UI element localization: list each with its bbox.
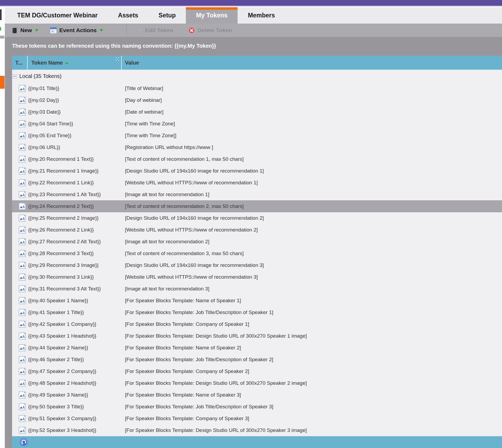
table-row[interactable]: A {{my.43 Speaker 1 Headshot}} [For Spea…: [12, 330, 502, 342]
table-row[interactable]: A {{my.31 Recommend 3 Alt Text}} [Image …: [12, 283, 502, 295]
token-type-cell: A: [12, 167, 28, 174]
table-row[interactable]: A {{my.40 Speaker 1 Name}} [For Speaker …: [12, 295, 502, 307]
refresh-icon[interactable]: [20, 438, 28, 446]
token-name-cell: {{my.31 Recommend 3 Alt Text}}: [28, 286, 122, 292]
column-header-value[interactable]: Value: [122, 56, 502, 70]
token-type-cell: A: [12, 368, 28, 375]
token-type-cell: A: [12, 156, 28, 163]
table-row[interactable]: A {{my.02 Day}} [Day of webinar]: [12, 94, 502, 106]
token-value-cell: [For Speaker Blocks Template: Company of…: [122, 368, 502, 374]
table-row[interactable]: A {{my.29 Recommend 3 Image}} [Design St…: [12, 259, 502, 271]
event-actions-button[interactable]: Event Actions: [50, 27, 103, 34]
group-row-local[interactable]: Local (35 Tokens): [12, 70, 502, 83]
table-row[interactable]: A {{my.42 Speaker 1 Company}} [For Speak…: [12, 318, 502, 330]
svg-text:A: A: [22, 158, 25, 162]
new-dropdown-caret-icon[interactable]: [35, 29, 39, 32]
token-name-cell: {{my.49 Speaker 3 Name}}: [28, 392, 122, 398]
token-type-cell: A: [12, 333, 28, 339]
pencil-icon: [136, 27, 142, 33]
new-button[interactable]: New: [12, 27, 39, 34]
svg-text:A: A: [22, 288, 25, 292]
token-type-cell: A: [12, 203, 28, 210]
table-row[interactable]: A {{my.25 Recommend 2 Image}} [Design St…: [12, 212, 502, 224]
table-row[interactable]: A {{my.20 Recommend 1 Text}} [Text of co…: [12, 153, 502, 165]
column-header-name-label: Token Name: [31, 60, 63, 66]
left-panel-green-mark: [0, 27, 1, 31]
new-token-icon: [12, 27, 18, 34]
rich-text-token-icon: A: [19, 403, 26, 410]
delete-token-button[interactable]: Delete Token: [188, 27, 232, 34]
content-area: These tokens can be referenced using thi…: [5, 37, 502, 448]
table-row[interactable]: A {{my.05 End Time}} [Time with Time Zon…: [12, 130, 502, 141]
table-row[interactable]: A {{my.50 Speaker 3 Title}} [For Speaker…: [12, 401, 502, 413]
table-row[interactable]: A {{my.28 Recommend 3 Text}} [Text of co…: [12, 248, 502, 259]
rich-text-token-icon: A: [19, 156, 26, 163]
token-name-cell: {{my.04 Start Time}}: [28, 121, 122, 127]
tab-members[interactable]: Members: [238, 7, 285, 24]
token-name-cell: {{my.28 Recommend 3 Text}}: [28, 251, 122, 256]
table-row[interactable]: A {{my.06 URL}} [Registration URL withou…: [12, 141, 502, 153]
tab-setup[interactable]: Setup: [148, 7, 186, 24]
table-row[interactable]: A {{my.44 Speaker 2 Name}} [For Speaker …: [12, 342, 502, 354]
table-row[interactable]: A {{my.04 Start Time}} [Time with Time Z…: [12, 118, 502, 130]
column-header-value-label: Value: [125, 60, 139, 66]
table-row[interactable]: A {{my.22 Recommend 1 Link}} [Website UR…: [12, 177, 502, 189]
rich-text-token-icon: A: [19, 238, 26, 245]
event-actions-label: Event Actions: [59, 27, 97, 33]
svg-text:A: A: [22, 229, 25, 233]
token-value-cell: [Website URL without HTTPS://www of reco…: [122, 180, 502, 186]
token-type-cell: A: [12, 285, 28, 292]
token-name-cell: {{my.46 Speaker 2 Title}}: [28, 357, 122, 363]
rich-text-token-icon: A: [19, 285, 26, 292]
table-row[interactable]: A {{my.23 Recommend 1 Alt Text}} [Image …: [12, 189, 502, 200]
tab-my-tokens[interactable]: My Tokens: [186, 7, 238, 24]
token-value-cell: [Date of webinar]: [122, 109, 502, 115]
edit-token-button[interactable]: Edit Token: [136, 27, 173, 33]
table-row[interactable]: A {{my.47 Speaker 2 Company}} [For Speak…: [12, 365, 502, 377]
token-type-cell: A: [12, 226, 28, 233]
event-actions-dropdown-caret-icon[interactable]: [99, 29, 103, 32]
svg-text:A: A: [22, 394, 25, 398]
table-row[interactable]: A {{my.46 Speaker 2 Title}} [For Speaker…: [12, 354, 502, 365]
table-row[interactable]: A {{my.30 Recommend 3 Link}} [Website UR…: [12, 271, 502, 283]
table-row[interactable]: A {{my.01 Title}} [Title of Webinar]: [12, 83, 502, 94]
table-row[interactable]: A {{my.24 Recommend 2 Text}} [Text of co…: [12, 200, 502, 212]
column-header-token-name[interactable]: Token Name: [28, 56, 122, 70]
token-value-cell: [Text of content of recommendation 1, ma…: [122, 156, 502, 162]
token-type-cell: A: [12, 297, 28, 304]
calendar-icon: [50, 27, 57, 34]
tab-label: My Tokens: [196, 12, 227, 19]
tab-assets[interactable]: Assets: [108, 7, 148, 24]
tab-label: TEM DG/Customer Webinar: [17, 12, 98, 19]
svg-text:A: A: [22, 405, 25, 409]
table-row[interactable]: A {{my.52 Speaker 3 Headshot}} [For Spea…: [12, 424, 502, 436]
column-drag-handle-icon[interactable]: [116, 57, 119, 61]
tab-tem-dg-customer-webinar[interactable]: TEM DG/Customer Webinar: [7, 7, 108, 24]
table-row[interactable]: A {{my.03 Date}} [Date of webinar]: [12, 106, 502, 118]
token-name-cell: {{my.26 Recommend 2 Link}}: [28, 227, 122, 233]
token-type-cell: A: [12, 132, 28, 139]
table-row[interactable]: A {{my.51 Speaker 3 Company}} [For Speak…: [12, 413, 502, 424]
toolbar: New Event Actions: [5, 24, 502, 37]
table-row[interactable]: A {{my.21 Recommend 1 Image}} [Design St…: [12, 165, 502, 177]
token-type-cell: A: [12, 309, 28, 316]
table-header: T... Token Name Value: [12, 56, 502, 70]
table-row[interactable]: A {{my.48 Speaker 2 Headshot}} [For Spea…: [12, 377, 502, 389]
token-name-cell: {{my.30 Recommend 3 Link}}: [28, 274, 122, 280]
table-row[interactable]: A {{my.27 Recommend 2 Alt Text}} [Image …: [12, 236, 502, 248]
token-type-cell: A: [12, 120, 28, 127]
tab-label: Setup: [158, 12, 176, 19]
token-value-cell: [For Speaker Blocks Template: Name of Sp…: [122, 298, 502, 304]
collapse-group-icon[interactable]: [13, 74, 17, 78]
rich-text-token-icon: A: [19, 427, 26, 434]
svg-text:A: A: [22, 417, 25, 421]
table-row[interactable]: A {{my.41 Speaker 1 Title}} [For Speaker…: [12, 307, 502, 318]
column-header-type[interactable]: T...: [12, 56, 28, 70]
table-row[interactable]: A {{my.49 Speaker 3 Name}} [For Speaker …: [12, 389, 502, 401]
sort-ascending-icon: [65, 62, 68, 64]
table-row[interactable]: A {{my.26 Recommend 2 Link}} [Website UR…: [12, 224, 502, 236]
column-header-type-label: T...: [15, 60, 23, 66]
svg-text:A: A: [22, 146, 25, 150]
token-type-cell: A: [12, 191, 28, 198]
group-label: Local (35 Tokens): [19, 73, 62, 79]
